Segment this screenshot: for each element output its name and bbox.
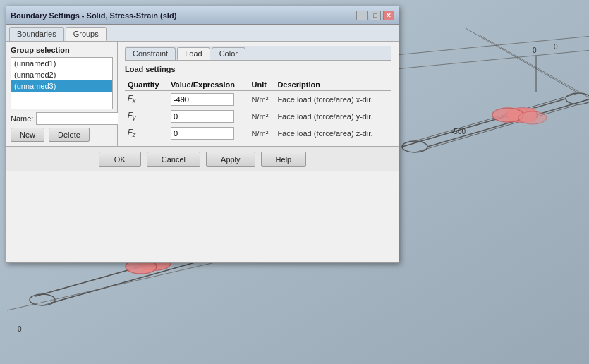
group-selection-label: Group selection [11, 46, 113, 54]
value-cell-fy[interactable] [168, 108, 249, 125]
minimize-button[interactable]: ─ [356, 11, 368, 20]
main-tab-bar: Boundaries Groups [6, 25, 399, 42]
col-header-quantity: Quantity [125, 79, 168, 91]
cad-label-500: -500 [451, 128, 466, 135]
tab-load[interactable]: Load [177, 47, 210, 60]
input-fy[interactable] [171, 110, 234, 123]
group-item-2[interactable]: (unnamed2) [11, 69, 112, 80]
help-button[interactable]: Help [261, 152, 307, 167]
left-panel: Group selection (unnamed1) (unnamed2) (u… [6, 42, 118, 146]
svg-point-10 [518, 111, 547, 124]
dialog-window: Boundary Settings - Solid, Stress-Strain… [6, 6, 399, 263]
dialog-title: Boundary Settings - Solid, Stress-Strain… [11, 11, 176, 20]
action-buttons: New Delete [11, 128, 113, 142]
unit-fy: N/m² [249, 108, 275, 125]
col-header-description: Description [274, 79, 391, 91]
desc-fz: Face load (force/area) z-dir. [274, 125, 391, 142]
unit-fz: N/m² [249, 125, 275, 142]
desc-fy: Face load (force/area) y-dir. [274, 108, 391, 125]
group-list[interactable]: (unnamed1) (unnamed2) (unnamed3) [11, 57, 113, 109]
qty-fz: Fz [125, 125, 168, 142]
col-header-value: Value/Expression [168, 79, 249, 91]
sub-tab-bar: Constraint Load Color [125, 46, 391, 61]
name-label: Name: [11, 114, 33, 123]
load-settings-label: Load settings [125, 65, 391, 73]
dialog-content: Group selection (unnamed1) (unnamed2) (u… [6, 42, 399, 146]
table-row-fy: Fy N/m² Face load (force/area) y-dir. [125, 108, 391, 125]
ok-button[interactable]: OK [99, 152, 141, 167]
maximize-button[interactable]: □ [370, 11, 381, 20]
unit-fx: N/m² [249, 91, 275, 109]
load-table: Quantity Value/Expression Unit Descripti… [125, 79, 391, 142]
tab-groups[interactable]: Groups [66, 27, 107, 41]
tab-boundaries[interactable]: Boundaries [9, 27, 64, 41]
col-header-unit: Unit [249, 79, 275, 91]
value-cell-fz[interactable] [168, 125, 249, 142]
table-row-fz: Fz N/m² Face load (force/area) z-dir. [125, 125, 391, 142]
value-cell-fx[interactable] [168, 91, 249, 109]
dialog-inner: Group selection (unnamed1) (unnamed2) (u… [6, 42, 399, 171]
svg-text:0: 0 [18, 325, 22, 333]
delete-button[interactable]: Delete [49, 128, 90, 142]
bottom-button-bar: OK Cancel Apply Help [6, 146, 399, 171]
tab-constraint[interactable]: Constraint [125, 47, 176, 60]
right-panel: Constraint Load Color Load settings Quan… [118, 42, 399, 146]
tab-color[interactable]: Color [212, 47, 245, 60]
group-item-3[interactable]: (unnamed3) [11, 80, 112, 92]
qty-fy: Fy [125, 108, 168, 125]
input-fx[interactable] [171, 93, 234, 106]
title-controls: ─ □ ✕ [356, 11, 394, 20]
svg-point-9 [492, 108, 523, 122]
desc-fx: Face load (force/area) x-dir. [274, 91, 391, 109]
cancel-button[interactable]: Cancel [147, 152, 200, 167]
input-fz[interactable] [171, 127, 234, 140]
new-button[interactable]: New [11, 128, 44, 142]
qty-fx: Fx [125, 91, 168, 109]
apply-button[interactable]: Apply [206, 152, 255, 167]
group-item-1[interactable]: (unnamed1) [11, 58, 112, 69]
table-row-fx: Fx N/m² Face load (force/area) x-dir. [125, 91, 391, 109]
title-bar: Boundary Settings - Solid, Stress-Strain… [6, 6, 399, 25]
close-button[interactable]: ✕ [383, 11, 394, 20]
name-row: Name: [11, 112, 113, 125]
svg-text:0: 0 [554, 43, 558, 51]
svg-text:0: 0 [533, 47, 537, 54]
